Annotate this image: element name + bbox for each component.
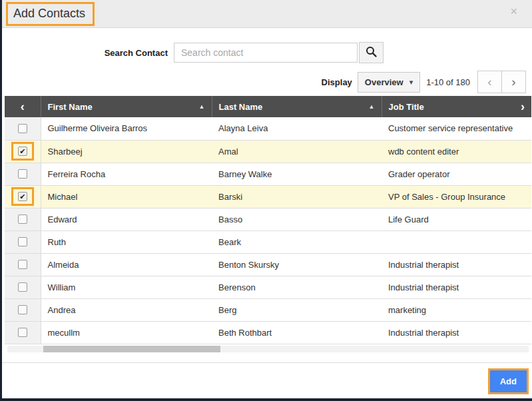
- search-icon: [366, 46, 377, 60]
- checkbox-highlight: ✔: [11, 187, 34, 206]
- checkbox-highlight: [11, 119, 34, 138]
- display-section: Display Overview ▾ 1-10 of 180 ‹ ›: [2, 71, 532, 93]
- column-header-job-title[interactable]: Job Title›: [382, 96, 531, 117]
- column-label: Last Name: [219, 102, 263, 112]
- pager: ‹ ›: [477, 71, 526, 93]
- sort-asc-icon: ▲: [199, 103, 205, 110]
- row-checkbox[interactable]: ✔: [18, 147, 27, 156]
- cell-first-name: mecullm: [41, 321, 212, 344]
- row-checkbox-cell[interactable]: ✔: [5, 185, 41, 208]
- checkbox-highlight: [11, 323, 34, 342]
- add-contacts-modal: Add Contacts × Search Contact Display Ov…: [0, 0, 532, 401]
- cell-job-title: Life Guard: [382, 208, 531, 230]
- table-row[interactable]: Andrea Berg marketing: [5, 298, 531, 321]
- checkbox-highlight: [11, 300, 34, 319]
- modal-footer: Add: [2, 363, 532, 400]
- add-button[interactable]: Add: [490, 370, 527, 392]
- sort-asc-icon: ▲: [369, 103, 375, 110]
- search-label: Search Contact: [2, 48, 174, 58]
- horizontal-scrollbar-track[interactable]: [7, 346, 529, 352]
- pagination-range: 1-10 of 180: [426, 77, 470, 87]
- row-checkbox-cell[interactable]: [5, 298, 41, 321]
- display-dropdown[interactable]: Overview ▾: [358, 72, 420, 93]
- checkbox-highlight: [11, 210, 34, 228]
- cell-job-title: Industrial therapist: [382, 321, 531, 344]
- search-input[interactable]: [174, 43, 358, 63]
- cell-job-title: [382, 230, 531, 253]
- row-checkbox-cell[interactable]: [5, 163, 41, 185]
- cell-job-title: Grader operator: [382, 163, 531, 185]
- row-checkbox[interactable]: [18, 282, 27, 292]
- contacts-table: ‹ First Name▲ Last Name▲ Job Title› Guil…: [5, 96, 531, 344]
- row-checkbox[interactable]: [18, 237, 27, 246]
- column-header-last-name[interactable]: Last Name▲: [212, 96, 382, 117]
- checkbox-highlight: [11, 232, 34, 251]
- cell-last-name: Barski: [212, 185, 382, 208]
- column-label: First Name: [48, 102, 93, 112]
- cell-last-name: Beth Rothbart: [212, 321, 382, 344]
- cell-last-name: Beark: [212, 230, 382, 253]
- row-checkbox[interactable]: [18, 214, 27, 224]
- table-row[interactable]: Ruth Beark: [5, 230, 531, 253]
- chevron-left-icon: ‹: [21, 100, 25, 113]
- chevron-down-icon: ▾: [409, 78, 413, 87]
- row-checkbox-cell[interactable]: [5, 208, 41, 230]
- cell-job-title: marketing: [382, 298, 531, 321]
- table-row[interactable]: William Berenson Industrial therapist: [5, 276, 531, 298]
- chevron-left-icon: ‹: [487, 75, 491, 89]
- cell-job-title: Industrial therapist: [382, 253, 531, 276]
- table-row[interactable]: Edward Basso Life Guard: [5, 208, 531, 230]
- cell-job-title: Customer service representative: [382, 117, 531, 140]
- cell-first-name: Guilherme Oliveira Barros: [41, 117, 212, 140]
- horizontal-scrollbar-thumb[interactable]: [43, 346, 220, 352]
- cell-job-title: wdb content editer: [382, 140, 531, 163]
- cell-job-title: Industrial therapist: [382, 276, 531, 298]
- close-icon[interactable]: ×: [510, 5, 517, 17]
- cell-last-name: Basso: [212, 208, 382, 230]
- row-checkbox-cell[interactable]: [5, 253, 41, 276]
- cell-last-name: Amal: [212, 140, 382, 163]
- cell-last-name: Alayna Leiva: [212, 117, 382, 140]
- next-page-button[interactable]: ›: [501, 71, 526, 93]
- cell-first-name: Sharbeej: [41, 140, 212, 163]
- checkbox-highlight: [11, 165, 34, 183]
- table-row[interactable]: ✔ Sharbeej Amal wdb content editer: [5, 140, 531, 163]
- add-button-highlight: Add: [488, 368, 529, 394]
- table-body: Guilherme Oliveira Barros Alayna Leiva C…: [5, 117, 531, 344]
- search-section: Search Contact: [2, 42, 532, 63]
- search-button[interactable]: [359, 42, 384, 63]
- table-header-row: ‹ First Name▲ Last Name▲ Job Title›: [5, 96, 531, 117]
- table-row[interactable]: Ferreira Rocha Barney Walke Grader opera…: [5, 163, 531, 185]
- cell-first-name: Edward: [41, 208, 212, 230]
- column-label: Job Title: [389, 102, 424, 112]
- cell-first-name: William: [41, 276, 212, 298]
- row-checkbox[interactable]: [18, 305, 27, 314]
- cell-first-name: Almeida: [41, 253, 212, 276]
- cell-first-name: Ruth: [41, 230, 212, 253]
- cell-last-name: Berg: [212, 298, 382, 321]
- table-row[interactable]: Guilherme Oliveira Barros Alayna Leiva C…: [5, 117, 531, 140]
- chevron-right-icon: ›: [511, 75, 515, 89]
- row-checkbox-cell[interactable]: [5, 117, 41, 140]
- cell-last-name: Benton Skursky: [212, 253, 382, 276]
- row-checkbox[interactable]: [18, 260, 27, 269]
- row-checkbox-cell[interactable]: [5, 276, 41, 298]
- column-header-first-name[interactable]: First Name▲: [41, 96, 212, 117]
- row-checkbox[interactable]: [18, 328, 27, 337]
- row-checkbox[interactable]: [18, 169, 27, 179]
- cell-last-name: Barney Walke: [212, 163, 382, 185]
- checkbox-highlight: [11, 255, 34, 274]
- row-checkbox[interactable]: [18, 124, 27, 133]
- row-checkbox-cell[interactable]: ✔: [5, 140, 41, 163]
- table-row[interactable]: Almeida Benton Skursky Industrial therap…: [5, 253, 531, 276]
- cell-job-title: VP of Sales - Group Insurance: [382, 185, 531, 208]
- cell-first-name: Michael: [41, 185, 212, 208]
- column-scroll-left-button[interactable]: ‹: [5, 96, 41, 117]
- table-row[interactable]: mecullm Beth Rothbart Industrial therapi…: [5, 321, 531, 344]
- prev-page-button[interactable]: ‹: [477, 71, 502, 93]
- row-checkbox[interactable]: ✔: [18, 192, 27, 201]
- checkbox-highlight: [11, 278, 34, 296]
- table-row[interactable]: ✔ Michael Barski VP of Sales - Group Ins…: [5, 185, 531, 208]
- row-checkbox-cell[interactable]: [5, 321, 41, 344]
- row-checkbox-cell[interactable]: [5, 230, 41, 253]
